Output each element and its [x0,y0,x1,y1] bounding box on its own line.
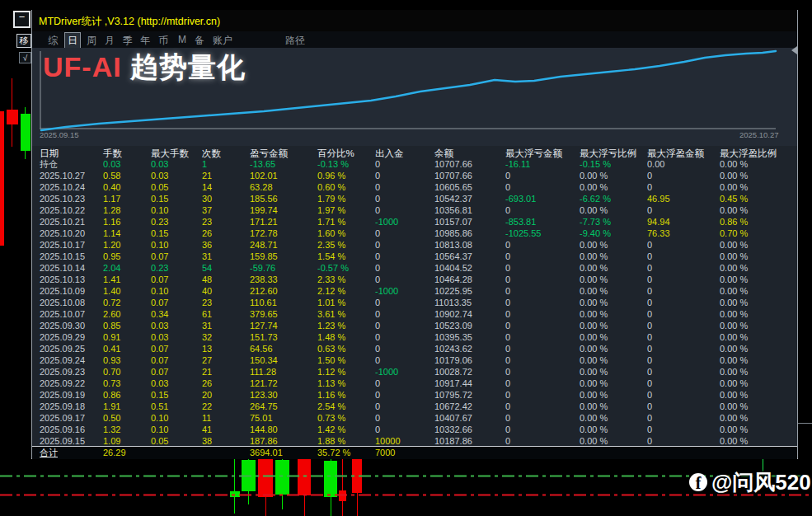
cell: 1.09 [103,435,120,447]
table-row[interactable]: 2025.09.220.730.0326121.721.13 %010917.4… [32,378,797,389]
table-row[interactable]: 2025.10.201.140.1526172.781.60 %010985.8… [32,228,797,239]
table-row[interactable]: 2025.10.231.170.1530185.561.79 %010542.3… [32,193,797,204]
menu-item-10[interactable]: 账户 [210,33,235,49]
table-row[interactable]: 2025.10.091.400.1040212.602.12 %-1000102… [32,285,797,297]
cell: 0 [647,204,652,216]
table-row[interactable]: 2025.10.221.280.1037199.741.97 %010356.8… [32,204,797,216]
cell: 159.85 [250,251,278,262]
cell: 0 [375,170,380,181]
cell: 10464.28 [434,274,472,285]
table-row[interactable]: 2025.10.131.410.0748238.332.33 %010464.2… [32,274,797,285]
cell: 0 [647,170,652,181]
table-row[interactable]: 2025.10.150.950.0731159.851.54 %010564.3… [32,251,797,262]
menu-item-4[interactable]: 月 [102,33,117,49]
cell: 35.72 % [317,447,350,459]
table-row[interactable]: 2025.09.230.700.0721111.281.12 %-1000100… [32,366,797,378]
cell: 2025.09.25 [40,343,85,354]
check-button[interactable]: √ [19,52,31,63]
cell: 0.40 [103,181,120,193]
cell: 121.72 [250,378,278,389]
menu-item-9[interactable]: 备 [192,33,207,49]
cell: 0 [505,274,510,285]
table-row[interactable]: 2025.09.290.910.0332151.731.48 %010395.3… [32,331,797,343]
cell: 0.23 [151,216,168,228]
menu-item-2[interactable]: 日 [64,32,81,49]
table-row[interactable]: 2025.09.181.910.5122264.752.54 %010672.4… [32,401,797,412]
table-row[interactable]: 2025.10.072.600.3461379.653.61 %010902.7… [32,308,797,320]
cell: 2025.09.17 [40,412,85,424]
cell: 0 [375,331,380,343]
table-row[interactable]: 2025.10.171.200.1036248.712.35 %010813.0… [32,239,797,251]
candlestick [258,459,273,497]
table-row[interactable]: 2025.10.080.720.0723110.611.01 %011013.3… [32,297,797,308]
cell: 0 [375,228,380,239]
move-button[interactable]: 移 [16,34,31,48]
cell: 0.10 [151,412,168,424]
table-row[interactable]: 2025.09.151.090.0538187.861.88 %10000101… [32,435,797,447]
cell: 0.00 % [580,170,608,181]
menu-item-7[interactable]: 币 [156,33,171,49]
cell: 0.03 [151,378,168,389]
cell: 2025.10.13 [40,274,85,285]
cell: 7000 [375,447,395,459]
cell: 10707.66 [434,170,472,181]
cell: 54 [202,262,212,274]
menu-item-8[interactable]: M [176,33,189,46]
cell: 111.28 [250,366,276,378]
table-row[interactable]: 2025.10.211.160.2323171.211.71 %-1000101… [32,216,797,228]
cell: 0.00 % [580,424,608,435]
cell: -1000 [375,216,398,228]
minimize-button[interactable]: − [13,11,31,28]
candlestick [324,461,337,497]
cell: 0.63 % [317,343,345,354]
cell: 2025.10.07 [40,308,85,320]
table-row[interactable]: 2025.09.161.320.1041144.801.42 %010332.6… [32,424,797,435]
table-row[interactable]: 2025.09.190.860.1520123.301.16 %010795.7… [32,389,797,401]
table-row[interactable]: 2025.09.170.500.101175.010.73 %010407.67… [32,412,797,424]
cell: 10356.81 [434,204,472,216]
table-row[interactable]: 2025.09.250.410.071364.560.63 %010243.62… [32,343,797,354]
stats-window: MTDriver统计 ,V3.12 (http://mtdriver.cn) 综… [31,10,798,459]
cell: 0.00 % [720,389,748,401]
table-row[interactable]: 2025.10.270.580.0321102.010.96 %010707.6… [32,170,797,181]
menu-item-11[interactable]: 路径 [283,33,307,49]
cell: 63.28 [250,181,273,193]
cell: 2025.09.19 [40,389,85,401]
menu-item-5[interactable]: 季 [120,33,135,49]
cell: 0 [647,331,652,343]
cell: 0 [375,320,380,331]
cell: 10985.86 [434,228,472,239]
cell: 0.70 [103,366,120,378]
cell: 2.12 % [317,285,345,297]
cell: 0 [505,320,510,331]
cell: 0 [505,251,510,262]
table-header-row: 日期手数最大手数次数盈亏金额百分比%出入金余额最大浮亏金额最大浮亏比例最大浮盈金… [32,148,797,159]
table-row[interactable]: 持仓0.030.031-13.65-0.13 %010707.66-16.11-… [32,158,797,170]
table-row[interactable]: 2025.10.240.400.051463.280.60 %010605.65… [32,181,797,193]
menu-item-1[interactable]: 综 [45,33,60,49]
table-row[interactable]: 2025.10.142.040.2354-59.76-0.57 %010404.… [32,262,797,274]
watermark-handle: @问风520 [711,468,811,497]
cell: 0 [647,251,652,262]
menu-item-6[interactable]: 年 [138,33,153,49]
cell: 23 [202,297,212,308]
cell: 1.20 [103,239,120,251]
cell: 0.00 % [580,343,608,354]
cell: 2025.10.27 [40,170,85,181]
title-bar[interactable]: MTDriver统计 ,V3.12 (http://mtdriver.cn) [32,10,797,31]
cell: 10404.52 [434,262,472,274]
cell: 2025.10.14 [40,262,85,274]
cell: 1.91 [103,401,120,412]
cell: 0 [505,424,510,435]
cell: 0.00 % [580,262,608,274]
cell: 0.00 % [720,366,748,378]
cell: -0.57 % [317,262,349,274]
table-row[interactable]: 2025.09.300.850.0331127.741.23 %010523.0… [32,320,797,331]
table-row[interactable]: 2025.09.240.930.0727150.341.50 %010179.0… [32,354,797,366]
cell: 10813.08 [434,239,472,251]
menu-item-3[interactable]: 周 [84,33,99,49]
cell: 0 [647,354,652,366]
cell: 0.03 [151,158,168,170]
candlestick [7,110,18,124]
cell: 0.00 % [580,378,608,389]
